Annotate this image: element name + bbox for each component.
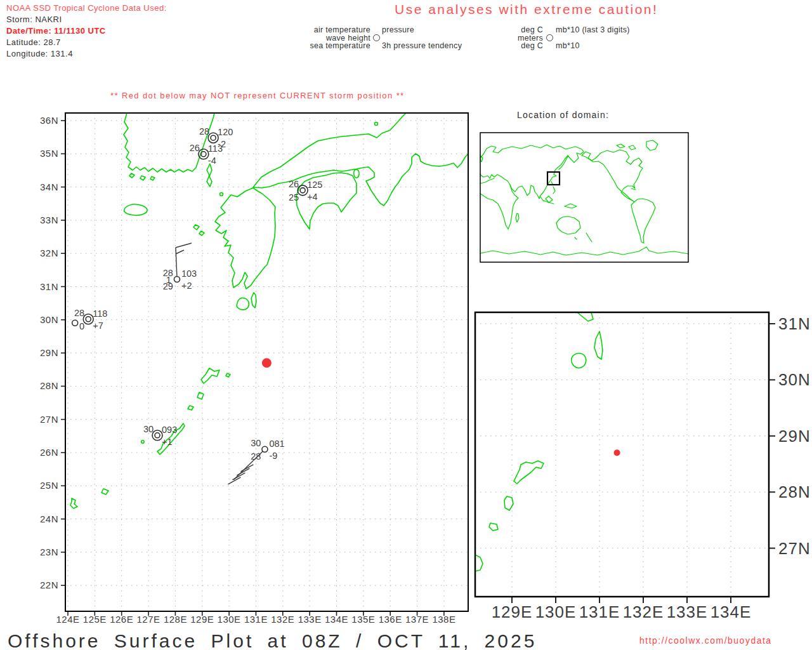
world-new-guinea: [565, 204, 577, 208]
world-taiwan: [551, 182, 553, 184]
lon-label: 137E: [405, 614, 429, 625]
coastline-iki: [220, 193, 223, 196]
station-sea-temp: 0: [79, 321, 84, 331]
station-inner-circle: [201, 152, 206, 157]
station-extra-circle: [72, 320, 78, 326]
coastline-kyushu: [215, 188, 275, 289]
lat-label: 23N: [40, 547, 58, 557]
noaa-data-line: NOAA SSD Tropical Cyclone Data Used:: [6, 3, 167, 13]
station-plot: 28103129+2: [163, 243, 197, 291]
world-north-america: [582, 150, 643, 202]
world-japan: [559, 156, 568, 169]
lon-label: 134E: [325, 614, 348, 625]
station-plot: 281180+7: [72, 308, 108, 331]
coastline-honshu-south: [253, 154, 468, 206]
lat-label: 30N: [40, 314, 58, 325]
station-pressure: 118: [93, 308, 107, 319]
lon-label: 132E: [623, 602, 664, 621]
lon-label: 129E: [190, 614, 214, 625]
station-plot: 26113-4: [190, 143, 223, 166]
coastline-shikoku: [296, 173, 357, 229]
lat-label: 36N: [40, 115, 58, 126]
coastline-goto: [199, 231, 204, 235]
world-eurasia: [480, 145, 584, 199]
lon-label: 128E: [164, 614, 187, 625]
coastlines: [70, 113, 468, 508]
station-pressure-tendency: +4: [307, 192, 318, 202]
longitude-line: Longitude: 131.4: [6, 49, 73, 58]
station-air-temp: 28: [74, 308, 84, 318]
world-madagascar: [516, 213, 519, 222]
lat-label: 28N: [40, 380, 58, 391]
world-south-america: [631, 199, 655, 243]
lat-label: 25N: [40, 480, 58, 491]
inset-map-gridlines: [475, 312, 769, 597]
legend-units-mb10-digits: mb*10 (last 3 digits): [556, 25, 630, 34]
lat-label: 33N: [40, 215, 58, 225]
lat-label: 28N: [778, 482, 811, 501]
world-map-border: [480, 133, 688, 262]
coastline-jeju: [124, 204, 147, 215]
station-air-temp: 30: [251, 438, 261, 448]
coastline-awaji: [354, 169, 360, 178]
coastline-okinawa-tip: [475, 555, 483, 571]
station-pressure-tendency: -9: [269, 451, 277, 461]
lat-label: 27N: [40, 414, 58, 425]
station-air-temp: 28: [199, 126, 209, 136]
lat-label: 30N: [778, 370, 811, 389]
coastline-tanegashima: [594, 331, 603, 359]
lat-label: 34N: [40, 182, 58, 192]
coastline-tokunoshima: [197, 392, 204, 399]
lon-label: 133E: [298, 614, 322, 625]
station-sea-temp: 28: [251, 451, 261, 461]
coastline-amami: [514, 461, 544, 484]
station-air-temp: 26: [289, 179, 299, 189]
station-inner-circle: [211, 135, 216, 140]
surface-stations: 28120-226113-42612525+428103129+2281180+…: [72, 126, 323, 484]
station-inner-circle: [155, 433, 160, 438]
inset-coastlines: [475, 312, 603, 571]
world-new-zealand: [586, 233, 592, 242]
coastline-island: [150, 176, 155, 180]
coastline-tokunoshima: [504, 496, 513, 510]
offshore-surface-plot-page: { "colors": { "coastline_green": "#00d40…: [0, 0, 812, 650]
coastline-tanegashima: [251, 293, 256, 308]
station-outer-circle: [208, 133, 218, 143]
domain-map-title: Location of domain:: [517, 110, 609, 120]
world-greenland: [646, 140, 658, 150]
coastline-miyako: [102, 489, 108, 494]
coastline-tanegashima-tip: [577, 312, 593, 321]
coastline-island: [140, 176, 145, 180]
world-australia: [556, 216, 580, 234]
wind-barb: [176, 248, 177, 277]
storm-position-dot: [614, 449, 620, 456]
world-sumatra: [540, 196, 544, 201]
main-map-axes: 124E125E126E127E128E129E130E131E132E133E…: [40, 115, 455, 625]
legend-units-degc-sea: deg C: [482, 41, 543, 50]
station-sea-temp: 29: [163, 281, 173, 291]
station-pressure: 125: [307, 180, 322, 190]
station-pressure: 120: [218, 127, 233, 137]
lon-label: 126E: [110, 614, 133, 625]
lon-label: 127E: [137, 614, 160, 625]
plot-title: Offshore Surface Plot at 08Z / OCT 11, 2…: [8, 630, 537, 650]
storm-position-dot: [262, 358, 272, 368]
source-url: http://coolwx.com/buoydata: [639, 635, 772, 646]
world-map: [480, 133, 688, 262]
station-outer-circle: [298, 185, 308, 196]
lon-label: 135E: [351, 614, 375, 625]
station-circle-icon: [373, 34, 380, 41]
inset-storm-layer: [614, 449, 620, 456]
station-plot: 2612525+4: [289, 179, 322, 202]
lon-label: 129E: [492, 602, 533, 621]
lat-label: 27N: [778, 539, 811, 558]
world-arctic-island: [629, 145, 636, 150]
coastline-korea: [124, 113, 214, 172]
coastline-goto: [193, 225, 199, 230]
inset-map: 129E130E131E132E133E134E31N30N29N28N27N: [475, 312, 769, 597]
station-sea-temp: 25: [289, 192, 299, 202]
lon-label: 134E: [710, 602, 752, 621]
coastline-ishigaki: [70, 498, 77, 508]
lon-label: 125E: [83, 614, 107, 625]
lon-label: 130E: [535, 602, 577, 621]
